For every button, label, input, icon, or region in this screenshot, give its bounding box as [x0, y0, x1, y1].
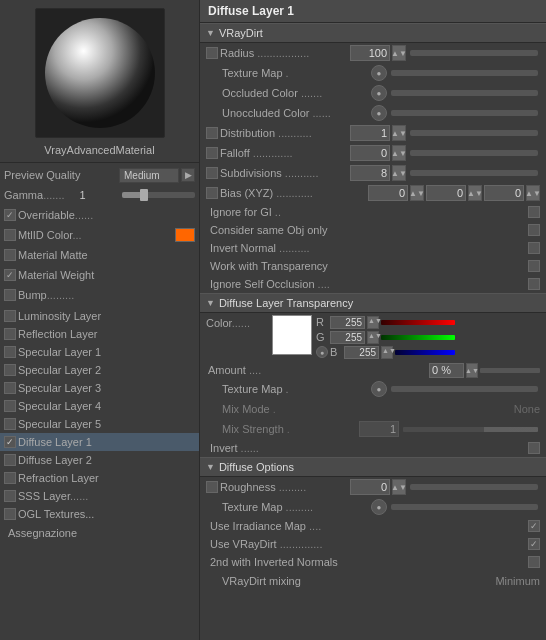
roughness-value[interactable] [350, 479, 390, 495]
specular-layer-1-check[interactable] [4, 346, 16, 358]
bias-xyz-checkbox[interactable] [206, 187, 218, 199]
unoccluded-color-slider[interactable] [391, 110, 538, 116]
diffuse-layer-2-item[interactable]: Diffuse Layer 2 [0, 451, 199, 469]
falloff-value[interactable] [350, 145, 390, 161]
falloff-checkbox[interactable] [206, 147, 218, 159]
radius-slider[interactable] [410, 50, 538, 56]
roughness-checkbox[interactable] [206, 481, 218, 493]
material-weight-checkbox[interactable] [4, 269, 16, 281]
refraction-layer-check[interactable] [4, 472, 16, 484]
specular-layer-4-item[interactable]: Specular Layer 4 [0, 397, 199, 415]
subdivisions-checkbox[interactable] [206, 167, 218, 179]
specular-layer-2-item[interactable]: Specular Layer 2 [0, 361, 199, 379]
mix-strength-value[interactable] [359, 421, 399, 437]
overridable-checkbox[interactable] [4, 209, 16, 221]
specular-layer-3-check[interactable] [4, 382, 16, 394]
preview-quality-icon[interactable]: ▶ [181, 168, 195, 182]
ogl-textures-check[interactable] [4, 508, 16, 520]
amount-spin-btn[interactable]: ▲▼ [466, 363, 478, 378]
g-spin-btn[interactable]: ▲▼ [367, 331, 379, 344]
consider-same-obj-value-check[interactable] [528, 224, 540, 236]
use-vraydirt-value-check[interactable] [528, 538, 540, 550]
vraydirt-texture-btn[interactable]: ● [371, 65, 387, 81]
bias-z-spin[interactable]: ▲▼ [526, 185, 540, 201]
ignore-gi-value-check[interactable] [528, 206, 540, 218]
subdivisions-value[interactable] [350, 165, 390, 181]
b-spin-btn[interactable]: ▲▼ [381, 346, 393, 359]
g-value-input[interactable] [330, 331, 365, 344]
diffuse-layer-2-check[interactable] [4, 454, 16, 466]
unoccluded-color-btn[interactable]: ● [371, 105, 387, 121]
distribution-value[interactable] [350, 125, 390, 141]
mix-strength-slider[interactable] [403, 427, 538, 432]
sss-layer-item[interactable]: SSS Layer...... [0, 487, 199, 505]
specular-layer-5-check[interactable] [4, 418, 16, 430]
transparency-section-header[interactable]: ▼ Diffuse Layer Transparency [200, 293, 546, 313]
vraydirt-section-header[interactable]: ▼ VRayDirt [200, 23, 546, 43]
specular-layer-4-check[interactable] [4, 400, 16, 412]
mtlid-color-checkbox[interactable] [4, 229, 16, 241]
ignore-self-occlusion-value-check[interactable] [528, 278, 540, 290]
refraction-layer-item[interactable]: Refraction Layer [0, 469, 199, 487]
bias-z-value[interactable] [484, 185, 524, 201]
gamma-slider[interactable] [122, 192, 196, 198]
radius-spin-btn[interactable]: ▲▼ [392, 45, 406, 61]
amount-slider[interactable] [480, 368, 540, 373]
transparency-color-swatch[interactable] [272, 315, 312, 355]
specular-layer-1-item[interactable]: Specular Layer 1 [0, 343, 199, 361]
sss-layer-check[interactable] [4, 490, 16, 502]
preview-quality-dropdown[interactable]: Medium [119, 168, 179, 183]
distribution-checkbox[interactable] [206, 127, 218, 139]
specular-layer-2-check[interactable] [4, 364, 16, 376]
b-texture-btn[interactable]: ● [316, 346, 328, 358]
diffuse-layer-1-item[interactable]: Diffuse Layer 1 [0, 433, 199, 451]
work-transparency-value-check[interactable] [528, 260, 540, 272]
invert-normal-value-check[interactable] [528, 242, 540, 254]
mtlid-color-swatch[interactable] [175, 228, 195, 242]
r-spin-btn[interactable]: ▲▼ [367, 316, 379, 329]
subdivisions-slider[interactable] [410, 170, 538, 176]
occluded-color-slider[interactable] [391, 90, 538, 96]
invert-value-check[interactable] [528, 442, 540, 454]
options-texture-slider[interactable] [391, 504, 538, 510]
vraydirt-texture-slider[interactable] [391, 70, 538, 76]
irradiance-map-value-check[interactable] [528, 520, 540, 532]
radius-checkbox[interactable] [206, 47, 218, 59]
falloff-spin-btn[interactable]: ▲▼ [392, 145, 406, 161]
distribution-slider[interactable] [410, 130, 538, 136]
assegnazione-label[interactable]: Assegnazione [4, 523, 81, 543]
b-value-input[interactable] [344, 346, 379, 359]
inverted-normals-value-check[interactable] [528, 556, 540, 568]
r-slider[interactable] [381, 320, 455, 325]
bias-y-spin[interactable]: ▲▼ [468, 185, 482, 201]
luminosity-layer-item[interactable]: Luminosity Layer [0, 307, 199, 325]
distribution-label: Distribution ........... [220, 127, 348, 139]
distribution-spin-btn[interactable]: ▲▼ [392, 125, 406, 141]
material-matte-checkbox[interactable] [4, 249, 16, 261]
b-slider[interactable] [395, 350, 455, 355]
reflection-layer-check[interactable] [4, 328, 16, 340]
subdivisions-spin-btn[interactable]: ▲▼ [392, 165, 406, 181]
r-value-input[interactable] [330, 316, 365, 329]
options-section-header[interactable]: ▼ Diffuse Options [200, 457, 546, 477]
roughness-spin-btn[interactable]: ▲▼ [392, 479, 406, 495]
diffuse-layer-1-check[interactable] [4, 436, 16, 448]
bias-x-value[interactable] [368, 185, 408, 201]
luminosity-layer-check[interactable] [4, 310, 16, 322]
transp-texture-btn[interactable]: ● [371, 381, 387, 397]
amount-value-input[interactable] [429, 363, 464, 378]
specular-layer-5-item[interactable]: Specular Layer 5 [0, 415, 199, 433]
transp-texture-slider[interactable] [391, 386, 538, 392]
bias-y-value[interactable] [426, 185, 466, 201]
options-texture-btn[interactable]: ● [371, 499, 387, 515]
reflection-layer-item[interactable]: Reflection Layer [0, 325, 199, 343]
radius-value[interactable] [350, 45, 390, 61]
specular-layer-3-item[interactable]: Specular Layer 3 [0, 379, 199, 397]
roughness-slider[interactable] [410, 484, 538, 490]
ogl-textures-item[interactable]: OGL Textures... [0, 505, 199, 523]
bias-x-spin[interactable]: ▲▼ [410, 185, 424, 201]
g-slider[interactable] [381, 335, 455, 340]
occluded-color-btn[interactable]: ● [371, 85, 387, 101]
bump-checkbox[interactable] [4, 289, 16, 301]
falloff-slider[interactable] [410, 150, 538, 156]
